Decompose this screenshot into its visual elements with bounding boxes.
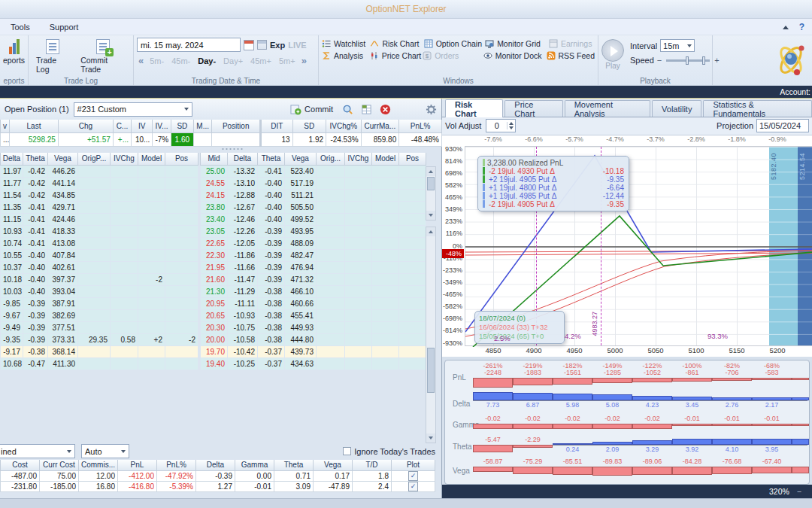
cell[interactable]: 23.05: [201, 227, 228, 238]
time-step-button[interactable]: 45m+: [250, 56, 271, 65]
window-toggle-button[interactable]: Earnings: [549, 39, 595, 48]
cell[interactable]: [138, 310, 165, 322]
close-icon[interactable]: [380, 104, 391, 115]
cell[interactable]: [317, 298, 345, 310]
cell[interactable]: -0.41: [23, 238, 48, 250]
cell[interactable]: [111, 262, 138, 274]
cell[interactable]: -11.47: [228, 274, 258, 286]
cell[interactable]: [111, 227, 138, 238]
cell[interactable]: -0.38: [258, 322, 285, 334]
table-row[interactable]: -9.49-0.39377.51: [1, 322, 198, 334]
cell[interactable]: 10.74: [1, 238, 23, 250]
scroll-up-icon[interactable]: [426, 167, 435, 176]
column-header[interactable]: Cost: [1, 460, 40, 471]
cell[interactable]: -9.85: [1, 298, 23, 310]
table-row[interactable]: 19.70-10.42-0.37439.73: [201, 346, 426, 358]
cell[interactable]: [317, 286, 345, 298]
cell[interactable]: 418.33: [48, 227, 78, 238]
cell[interactable]: [78, 238, 111, 250]
cell[interactable]: -10.42: [228, 346, 258, 358]
auto-select[interactable]: Auto: [81, 444, 129, 458]
cell[interactable]: 460.66: [285, 298, 317, 310]
cell[interactable]: [165, 310, 198, 322]
cell[interactable]: [399, 334, 426, 346]
cell[interactable]: -231.80: [1, 482, 40, 492]
cell[interactable]: -12.05: [228, 238, 258, 250]
cell[interactable]: 0.71: [274, 471, 314, 482]
cell[interactable]: 402.61: [48, 262, 78, 274]
scroll-down-icon[interactable]: [426, 433, 435, 443]
cell[interactable]: -0.40: [23, 274, 48, 286]
time-step-button[interactable]: Day+: [223, 56, 243, 65]
cell[interactable]: -0.39: [23, 322, 48, 334]
column-header[interactable]: Curr Cost: [40, 460, 79, 471]
column-header[interactable]: Vega: [314, 460, 353, 471]
cell[interactable]: 413.08: [48, 238, 78, 250]
cell[interactable]: 20.00: [201, 334, 228, 346]
cell[interactable]: [399, 250, 426, 262]
table-row[interactable]: 21.30-11.29-0.38466.10: [201, 286, 426, 298]
cell[interactable]: [399, 274, 426, 286]
cell[interactable]: 434.63: [285, 358, 317, 370]
cell[interactable]: [78, 262, 111, 274]
cell[interactable]: -24.53%: [326, 132, 362, 146]
cell[interactable]: -0.39: [258, 250, 285, 262]
column-header[interactable]: Delta: [196, 460, 235, 471]
spin-down-icon[interactable]: [509, 126, 514, 129]
projection-date-field[interactable]: 15/05/2024: [756, 119, 809, 132]
table-row[interactable]: -9.85-0.39387.91: [1, 298, 198, 310]
table-row[interactable]: 10.74-0.41413.08: [1, 238, 198, 250]
cell[interactable]: [372, 358, 399, 370]
cell[interactable]: [317, 346, 345, 358]
calendar-icon[interactable]: [244, 40, 254, 50]
cell[interactable]: 1.92: [292, 132, 326, 146]
cell[interactable]: [111, 310, 138, 322]
cell[interactable]: [165, 322, 198, 334]
table-row[interactable]: -231.80-185.0016.80-416.80-5.39%1.27-0.0…: [1, 482, 435, 492]
cell[interactable]: 19.40: [201, 358, 228, 370]
cell[interactable]: [111, 298, 138, 310]
column-header[interactable]: Commis...: [79, 460, 118, 471]
column-header[interactable]: Position: [212, 120, 261, 132]
tab-movement-analysis[interactable]: Movement Analysis: [565, 100, 650, 117]
commit-button[interactable]: Commit: [286, 102, 338, 117]
table-row[interactable]: 10.03-0.40393.04: [1, 286, 198, 298]
table-row[interactable]: -9.17-0.38368.14: [1, 346, 198, 358]
cell[interactable]: -185.00: [40, 482, 79, 492]
cell[interactable]: [317, 238, 345, 250]
time-step-button[interactable]: 45m-: [171, 56, 190, 65]
cell[interactable]: -5.39%: [157, 482, 196, 492]
vol-adjust-spinner[interactable]: 0: [486, 119, 516, 132]
table-row[interactable]: 22.65-12.05-0.39488.09: [201, 238, 426, 250]
cell[interactable]: [399, 322, 426, 334]
cell[interactable]: -11.29: [228, 286, 258, 298]
cell[interactable]: 373.31: [48, 334, 78, 346]
cell[interactable]: -47.89: [314, 482, 353, 492]
cell[interactable]: 12.00: [79, 471, 118, 482]
table-row[interactable]: 23.05-12.26-0.39493.95: [201, 227, 426, 238]
cell[interactable]: [111, 322, 138, 334]
cell[interactable]: [111, 346, 138, 358]
time-step-button[interactable]: 5m+: [279, 56, 295, 65]
cell[interactable]: [138, 346, 165, 358]
cell[interactable]: [78, 322, 111, 334]
table-row[interactable]: 10.18-0.40397.37-2: [1, 274, 198, 286]
play-button[interactable]: [601, 39, 624, 62]
cell[interactable]: -9.17: [1, 346, 23, 358]
cell[interactable]: 10.03: [1, 286, 23, 298]
window-toggle-button[interactable]: RSS Feed: [547, 51, 595, 60]
cell[interactable]: 407.84: [48, 250, 78, 262]
cell[interactable]: 2.4: [353, 482, 392, 492]
cell[interactable]: -0.38: [23, 346, 48, 358]
cell[interactable]: [138, 262, 165, 274]
time-step-button[interactable]: Day-: [198, 56, 216, 65]
column-header[interactable]: M...: [194, 120, 212, 132]
tab-price-chart[interactable]: Price Chart: [504, 100, 562, 117]
cell[interactable]: 10.37: [1, 262, 23, 274]
cell[interactable]: [399, 298, 426, 310]
tab-risk-chart[interactable]: Risk Chart: [445, 99, 503, 117]
cell[interactable]: 10.68: [1, 358, 23, 370]
cell[interactable]: 449.93: [285, 322, 317, 334]
cell[interactable]: [345, 238, 372, 250]
cell[interactable]: -0.38: [258, 334, 285, 346]
